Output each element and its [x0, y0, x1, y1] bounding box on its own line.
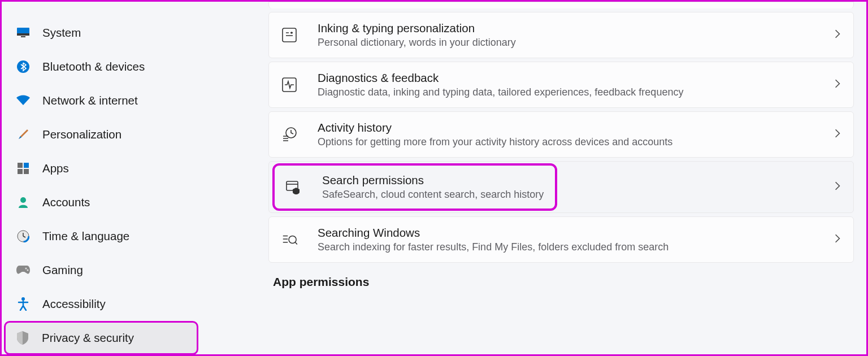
system-icon: [16, 26, 30, 40]
section-heading-app-permissions: App permissions: [273, 275, 854, 289]
sidebar-item-personalization[interactable]: Personalization: [6, 118, 233, 151]
card-text: Diagnostics & feedback Diagnostic data, …: [318, 71, 834, 98]
wifi-icon: [16, 94, 30, 107]
sidebar-item-label: Gaming: [42, 263, 83, 277]
bluetooth-icon: [16, 60, 30, 73]
sidebar-item-label: Personalization: [42, 128, 121, 141]
shield-icon: [16, 331, 29, 345]
card-partial-top: [268, 2, 854, 8]
card-title: Searching Windows: [318, 226, 834, 240]
accounts-icon: [16, 196, 30, 209]
svg-point-13: [21, 297, 25, 301]
sidebar-item-privacy-security[interactable]: Privacy & security: [4, 321, 198, 355]
svg-point-15: [291, 32, 292, 33]
sidebar-item-label: Time & language: [42, 229, 129, 243]
searching-windows-icon: [281, 232, 297, 248]
svg-rect-4: [18, 163, 23, 168]
sidebar-item-time-language[interactable]: Time & language: [6, 219, 233, 253]
svg-rect-2: [21, 36, 25, 37]
sidebar-item-accounts[interactable]: Accounts: [6, 185, 233, 219]
card-title: Activity history: [318, 121, 834, 134]
sidebar-item-bluetooth[interactable]: Bluetooth & devices: [6, 50, 233, 84]
chevron-right-icon: [834, 79, 841, 92]
diagnostics-icon: [281, 77, 297, 93]
card-desc: Search indexing for faster results, Find…: [318, 241, 834, 253]
accessibility-icon: [16, 297, 30, 311]
activity-history-icon: [281, 127, 297, 142]
gaming-icon: [16, 263, 30, 277]
chevron-right-icon: [834, 128, 841, 141]
sidebar-item-apps[interactable]: Apps: [6, 151, 233, 185]
svg-rect-6: [18, 169, 23, 174]
card-title: Search permissions: [322, 173, 544, 187]
card-title: Diagnostics & feedback: [318, 71, 834, 85]
sidebar-item-label: Bluetooth & devices: [42, 60, 145, 73]
main-content: Inking & typing personalization Personal…: [238, 2, 866, 354]
sidebar-item-gaming[interactable]: Gaming: [6, 253, 233, 287]
paintbrush-icon: [16, 128, 30, 141]
svg-rect-5: [24, 163, 29, 168]
card-text: Searching Windows Search indexing for fa…: [318, 226, 834, 253]
card-searching-windows[interactable]: Searching Windows Search indexing for fa…: [268, 216, 854, 263]
card-text: Inking & typing personalization Personal…: [318, 21, 834, 49]
card-activity-history[interactable]: Activity history Options for getting mor…: [268, 111, 854, 158]
card-text: Activity history Options for getting mor…: [318, 121, 834, 148]
sidebar-item-label: Accessibility: [42, 297, 106, 311]
card-inking-typing[interactable]: Inking & typing personalization Personal…: [268, 12, 854, 58]
card-desc: SafeSearch, cloud content search, search…: [322, 189, 544, 201]
sidebar-item-accessibility[interactable]: Accessibility: [6, 287, 233, 321]
sidebar: System Bluetooth & devices Network & int…: [2, 2, 238, 354]
card-diagnostics-feedback[interactable]: Diagnostics & feedback Diagnostic data, …: [268, 62, 854, 108]
card-text: Search permissions SafeSearch, cloud con…: [322, 173, 544, 201]
search-permissions-icon: [286, 179, 302, 195]
svg-point-11: [25, 268, 27, 270]
card-desc: Diagnostic data, inking and typing data,…: [318, 86, 834, 98]
sidebar-item-network[interactable]: Network & internet: [6, 84, 233, 118]
card-search-permissions-row[interactable]: Search permissions SafeSearch, cloud con…: [268, 161, 854, 213]
card-desc: Personal dictionary, words in your dicti…: [318, 37, 834, 49]
sidebar-item-label: Accounts: [42, 196, 90, 209]
sidebar-item-label: Privacy & security: [42, 331, 134, 345]
chevron-right-icon: [834, 29, 841, 42]
apps-icon: [16, 162, 30, 175]
svg-rect-14: [283, 28, 296, 42]
card-title: Inking & typing personalization: [318, 21, 834, 35]
svg-point-19: [289, 236, 296, 243]
svg-point-8: [20, 197, 26, 203]
inking-typing-icon: [281, 27, 297, 43]
sidebar-item-label: Network & internet: [42, 94, 138, 107]
card-desc: Options for getting more from your activ…: [318, 136, 834, 148]
svg-rect-1: [17, 33, 29, 36]
sidebar-item-system[interactable]: System: [6, 16, 233, 50]
sidebar-item-label: System: [42, 26, 81, 40]
svg-point-12: [27, 270, 29, 271]
svg-rect-7: [24, 169, 29, 174]
sidebar-item-label: Apps: [42, 162, 69, 175]
clock-icon: [16, 229, 30, 243]
chevron-right-icon: [834, 181, 841, 194]
chevron-right-icon: [834, 233, 841, 246]
